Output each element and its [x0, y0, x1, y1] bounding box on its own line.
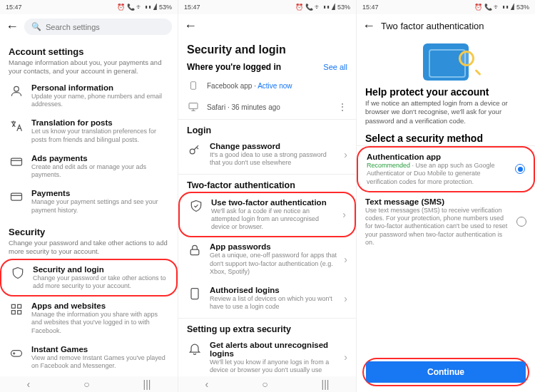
hero-title: Help protect your account: [357, 83, 535, 99]
monitor-icon: [187, 100, 200, 113]
shield-check-icon: [188, 198, 204, 214]
app-passwords-row[interactable]: App passwordsGet a unique, one-off passw…: [178, 237, 356, 281]
svg-rect-9: [191, 82, 196, 90]
ads-payments-row[interactable]: Ads paymentsCreate and edit ads or manag…: [0, 149, 178, 185]
grid-icon: [9, 301, 24, 317]
svg-rect-2: [11, 193, 22, 200]
device-row[interactable]: Safari · 36 minutes ago ⋮: [178, 96, 356, 118]
status-bar: 15:47⏰ 📞 ᯤ ▮▮ ◢ 53%: [357, 0, 535, 14]
security-heading: Security: [9, 227, 169, 237]
bell-icon: [187, 341, 203, 356]
select-method-heading: Select a security method: [357, 130, 535, 146]
svg-rect-6: [18, 311, 21, 314]
svg-rect-1: [11, 158, 22, 165]
svg-point-0: [14, 86, 19, 91]
page-title: Security and login: [187, 43, 347, 56]
svg-point-11: [190, 149, 195, 154]
chevron-right-icon: ›: [342, 209, 346, 220]
search-input[interactable]: 🔍 Search settings: [24, 19, 172, 35]
svg-rect-13: [191, 289, 198, 299]
svg-rect-12: [190, 249, 199, 255]
hero-illustration: [357, 38, 535, 83]
tfa-heading: Two-factor authentication: [178, 176, 356, 192]
phone-icon: [187, 286, 203, 301]
personal-information-row[interactable]: Personal informationUpdate your name, ph…: [0, 78, 178, 114]
svg-rect-10: [189, 103, 198, 109]
key-icon: [187, 142, 203, 158]
authorised-logins-row[interactable]: Authorised loginsReview a list of device…: [178, 281, 356, 316]
radio-selected[interactable]: [515, 164, 525, 174]
search-icon: 🔍: [31, 22, 41, 31]
phone-icon: [187, 79, 200, 92]
android-navbar[interactable]: ‹○|||: [178, 376, 356, 392]
card-icon: [9, 154, 24, 170]
alerts-row[interactable]: Get alerts about unrecognised loginsWe'l…: [178, 336, 356, 380]
chevron-right-icon: ›: [344, 351, 347, 363]
device-row[interactable]: Facebook app · Active now: [178, 75, 356, 96]
hero-desc: If we notice an attempted login from a d…: [357, 99, 535, 130]
payments-row[interactable]: PaymentsManage your payment settings and…: [0, 184, 178, 220]
svg-rect-5: [11, 311, 15, 314]
account-settings-heading: Account settings: [9, 46, 169, 57]
instant-games-row[interactable]: Instant GamesView and remove Instant Gam…: [0, 340, 178, 376]
back-icon[interactable]: ←: [184, 19, 197, 33]
translation-row[interactable]: Translation for postsLet us know your tr…: [0, 113, 178, 149]
lock-icon: [187, 242, 203, 258]
status-bar: 15:47⏰ 📞 ᯤ ▮▮ ◢ 53%: [178, 0, 356, 14]
chevron-right-icon: ›: [344, 149, 347, 160]
extra-security-heading: Setting up extra security: [178, 320, 356, 336]
more-icon[interactable]: ⋮: [337, 101, 347, 113]
game-icon: [9, 345, 24, 361]
svg-rect-4: [18, 304, 21, 308]
radio-unselected[interactable]: [516, 217, 526, 227]
chevron-right-icon: ›: [344, 254, 347, 265]
change-password-row[interactable]: Change passwordIt's a good idea to use a…: [178, 137, 356, 172]
where-logged-in-heading: Where you're logged in: [187, 62, 281, 72]
translate-icon: [9, 118, 24, 134]
page-title: Two factor authentication: [381, 21, 484, 31]
use-tfa-row[interactable]: Use two-factor authenticationWe'll ask f…: [178, 192, 356, 238]
card-icon: [9, 189, 24, 205]
login-heading: Login: [178, 121, 356, 137]
status-bar: 15:47⏰ 📞 ᯤ ▮▮ ◢ 53%: [0, 0, 178, 14]
back-icon[interactable]: ←: [362, 19, 375, 33]
user-icon: [9, 83, 24, 99]
chevron-right-icon: ›: [344, 293, 347, 304]
svg-rect-7: [11, 350, 22, 356]
auth-app-option[interactable]: Authentication app Recommended · Use an …: [357, 146, 535, 192]
security-login-row[interactable]: Security and loginChange your password o…: [0, 259, 178, 297]
sms-option[interactable]: Text message (SMS) Use text messages (SM…: [357, 192, 535, 252]
apps-websites-row[interactable]: Apps and websitesManage the information …: [0, 296, 178, 340]
android-navbar[interactable]: ‹○|||: [0, 376, 178, 392]
see-all-link[interactable]: See all: [323, 63, 347, 71]
back-icon[interactable]: ←: [6, 19, 19, 34]
continue-button[interactable]: Continue: [366, 361, 526, 383]
svg-rect-3: [11, 304, 15, 308]
shield-icon: [10, 265, 26, 281]
